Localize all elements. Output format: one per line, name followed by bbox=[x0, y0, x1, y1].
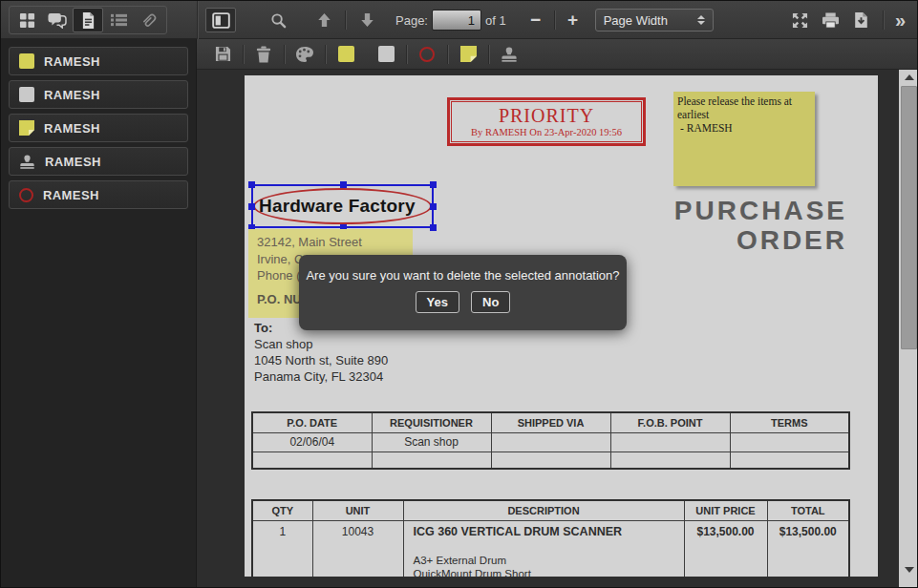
resize-handle[interactable] bbox=[340, 181, 347, 188]
sticky-note-annotation[interactable]: Please release the items at earliest - R… bbox=[673, 92, 815, 186]
pdf-viewer-app: Page: of 1 − + Page Width bbox=[0, 0, 918, 588]
unit-cell: 10043 bbox=[312, 520, 403, 577]
delete-confirmation-dialog: Are you sure you want to delete the sele… bbox=[299, 255, 627, 330]
page-label: Page: bbox=[395, 13, 428, 28]
annotation-author: RAMESH bbox=[44, 54, 100, 69]
resize-handle[interactable] bbox=[430, 203, 437, 210]
annotation-author: RAMESH bbox=[44, 88, 100, 102]
watermark-line1: PURCHASE bbox=[674, 196, 847, 225]
stamp-tool-button[interactable] bbox=[495, 42, 523, 67]
column-header: QTY bbox=[252, 500, 312, 520]
purchase-order-watermark: PURCHASE ORDER bbox=[674, 196, 847, 255]
stamp-icon bbox=[19, 154, 35, 170]
previous-page-button[interactable] bbox=[309, 8, 339, 32]
arrow-up-icon bbox=[317, 12, 331, 28]
palette-icon bbox=[295, 46, 314, 63]
address-line1: 32142, Main Street bbox=[257, 234, 413, 251]
search-button[interactable] bbox=[263, 8, 293, 32]
resize-handle[interactable] bbox=[248, 203, 255, 210]
vertical-scrollbar[interactable] bbox=[899, 70, 918, 588]
fullscreen-button[interactable] bbox=[785, 8, 816, 32]
stamp-title: PRIORITY bbox=[452, 105, 641, 127]
annotation-author: RAMESH bbox=[44, 121, 100, 136]
sidebar-item-highlight-annotation[interactable]: RAMESH bbox=[9, 47, 188, 75]
sticky-note-tool-button[interactable] bbox=[454, 42, 482, 67]
scroll-up-button[interactable] bbox=[899, 70, 918, 85]
rectangle-tool-button[interactable] bbox=[372, 42, 400, 67]
next-page-button[interactable] bbox=[352, 8, 382, 32]
document-icon bbox=[81, 11, 96, 30]
sidebar-toggle-icon bbox=[212, 12, 230, 29]
sticky-note-icon bbox=[19, 120, 34, 136]
to-line2: 1045 North st, Suite 890 bbox=[254, 352, 388, 368]
po-meta-table: P.O. DATE REQUISITIONER SHIPPED VIA F.O.… bbox=[251, 411, 850, 470]
document-controls: Page: of 1 − + Page Width bbox=[197, 1, 918, 39]
arrow-down-icon bbox=[360, 12, 374, 28]
priority-stamp-annotation[interactable]: PRIORITY By RAMESH On 23-Apr-2020 19:56 bbox=[447, 97, 646, 146]
save-annotations-button[interactable] bbox=[208, 42, 237, 67]
annotations-panel-button[interactable] bbox=[73, 8, 103, 32]
comments-panel-button[interactable] bbox=[42, 8, 73, 32]
download-button[interactable] bbox=[846, 8, 877, 32]
page-number-input[interactable] bbox=[432, 10, 481, 31]
item-title: ICG 360 VERTICAL DRUM SCANNER bbox=[414, 525, 684, 538]
overflow-menu-button[interactable]: » bbox=[889, 10, 911, 32]
resize-handle[interactable] bbox=[248, 181, 255, 188]
resize-handle[interactable] bbox=[430, 181, 437, 188]
sidebar-toggle-button[interactable] bbox=[205, 8, 236, 32]
zoom-out-button[interactable]: − bbox=[523, 10, 548, 31]
table-row: 1 10043 ICG 360 VERTICAL DRUM SCANNER A3… bbox=[252, 520, 849, 577]
scrollbar-thumb[interactable] bbox=[901, 86, 917, 349]
column-header: TOTAL bbox=[767, 500, 849, 520]
resize-handle[interactable] bbox=[430, 224, 437, 231]
scroll-down-button[interactable] bbox=[899, 562, 918, 578]
table-cell: Scan shop bbox=[372, 432, 491, 452]
table-cell: 02/06/04 bbox=[252, 432, 372, 452]
table-cell bbox=[610, 432, 730, 452]
divider bbox=[488, 45, 489, 64]
outline-panel-button[interactable] bbox=[103, 8, 134, 32]
yes-button[interactable]: Yes bbox=[416, 291, 459, 313]
delete-annotation-button[interactable] bbox=[249, 42, 278, 67]
item-detail: QuickMount Drum Short bbox=[414, 567, 684, 578]
ellipse-tool-button[interactable] bbox=[413, 42, 441, 67]
comments-icon bbox=[48, 12, 67, 29]
thumbnails-panel-button[interactable] bbox=[11, 8, 42, 32]
ellipse-icon bbox=[19, 188, 33, 202]
column-header: DESCRIPTION bbox=[403, 500, 684, 520]
column-header: REQUISITIONER bbox=[372, 412, 491, 432]
to-line1: Scan shop bbox=[254, 336, 388, 352]
sticky-note-text-line1: Please release the items at earliest bbox=[677, 94, 811, 121]
unit-price-cell: $13,500.00 bbox=[684, 520, 767, 577]
selected-ellipse-annotation[interactable]: Hardware Factory bbox=[251, 184, 434, 228]
stamp-byline: By RAMESH On 23-Apr-2020 19:56 bbox=[452, 127, 641, 137]
to-line3: Panama City, FL 32304 bbox=[254, 368, 388, 385]
table-row: 02/06/04 Scan shop bbox=[252, 432, 849, 452]
sidebar-item-note-annotation[interactable]: RAMESH bbox=[9, 114, 188, 142]
style-palette-button[interactable] bbox=[290, 42, 319, 67]
description-cell: ICG 360 VERTICAL DRUM SCANNER A3+ Extern… bbox=[403, 520, 684, 577]
top-toolbar: Page: of 1 − + Page Width bbox=[1, 1, 918, 39]
highlight-tool-button[interactable] bbox=[331, 42, 360, 67]
stamp-icon bbox=[501, 46, 518, 63]
column-header: UNIT bbox=[312, 500, 403, 520]
triangle-up-icon bbox=[905, 74, 914, 80]
zoom-in-button[interactable]: + bbox=[561, 10, 586, 31]
print-button[interactable] bbox=[816, 8, 846, 32]
rectangle-icon bbox=[378, 46, 395, 62]
sticky-note-icon bbox=[460, 46, 477, 62]
annotation-author: RAMESH bbox=[45, 155, 101, 169]
column-header: UNIT PRICE bbox=[684, 500, 767, 520]
sidebar-item-stamp-annotation[interactable]: RAMESH bbox=[9, 147, 188, 176]
annotations-sidebar: RAMESH RAMESH RAMESH RAMESH RAMESH bbox=[1, 39, 197, 588]
sidebar-item-ellipse-annotation[interactable]: RAMESH bbox=[9, 180, 188, 209]
attachments-panel-button[interactable] bbox=[134, 8, 164, 32]
fit-mode-dropdown[interactable]: Page Width bbox=[595, 9, 714, 32]
sidebar-item-rectangle-annotation[interactable]: RAMESH bbox=[9, 80, 188, 109]
table-cell bbox=[252, 452, 372, 469]
rectangle-icon bbox=[19, 87, 34, 102]
highlight-icon bbox=[19, 53, 34, 69]
total-cell: $13,500.00 bbox=[767, 520, 849, 577]
highlight-icon bbox=[338, 46, 354, 62]
no-button[interactable]: No bbox=[471, 291, 510, 313]
